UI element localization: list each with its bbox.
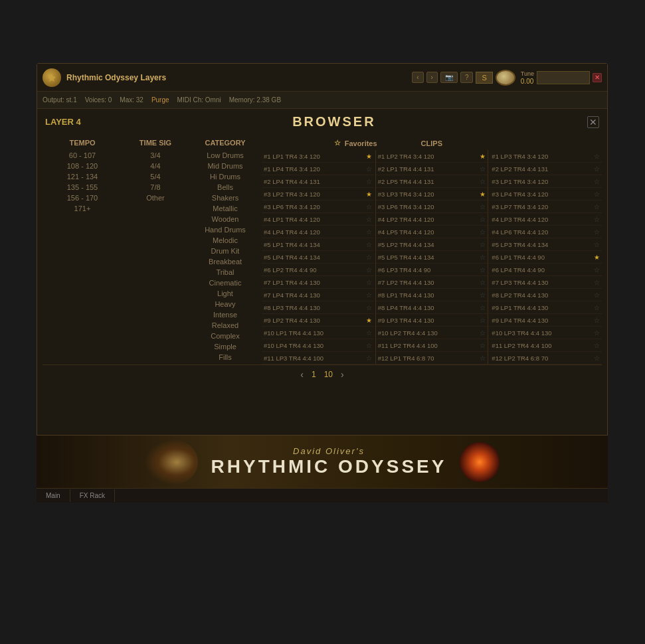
clip-3-7[interactable]: #4 LP6 TR4 4:4 120☆: [490, 226, 602, 238]
star-3-13[interactable]: ☆: [594, 304, 600, 311]
clip-3-17[interactable]: #12 LP2 TR4 6:8 70☆: [490, 352, 602, 364]
star-3-16[interactable]: ☆: [594, 342, 600, 349]
star-1-13[interactable]: ☆: [366, 304, 372, 311]
clip-3-15[interactable]: #10 LP3 TR4 4:4 130☆: [490, 327, 602, 339]
cat-heavy[interactable]: Heavy: [191, 299, 259, 309]
clip-2-12[interactable]: #8 LP1 TR4 4:4 130☆: [376, 289, 488, 301]
star-2-16[interactable]: ☆: [480, 342, 486, 349]
clip-2-5[interactable]: #3 LP6 TR4 3:4 120☆: [376, 201, 488, 213]
tempo-60-107[interactable]: 60 - 107: [45, 150, 120, 161]
tempo-156-170[interactable]: 156 - 170: [45, 193, 120, 203]
cat-cinematic[interactable]: Cinematic: [191, 278, 259, 288]
clip-1-1[interactable]: #1 LP1 TR4 3:4 120★: [262, 150, 374, 163]
clip-1-2[interactable]: #1 LP4 TR4 3:4 120☆: [262, 163, 374, 175]
star-3-11[interactable]: ☆: [594, 279, 600, 286]
clip-1-10[interactable]: #6 LP2 TR4 4:4 90☆: [262, 264, 374, 276]
clip-3-13[interactable]: #9 LP1 TR4 4:4 130☆: [490, 301, 602, 314]
star-3-15[interactable]: ☆: [594, 329, 600, 337]
star-3-8[interactable]: ☆: [594, 241, 600, 248]
star-2-10[interactable]: ☆: [480, 266, 486, 274]
star-3-5[interactable]: ☆: [594, 203, 600, 210]
clip-2-2[interactable]: #2 LP1 TR4 4:4 131☆: [376, 163, 488, 175]
cat-metallic[interactable]: Metallic: [191, 203, 259, 214]
star-1-8[interactable]: ☆: [366, 241, 372, 248]
star-1-10[interactable]: ☆: [366, 266, 372, 274]
nav-next-btn[interactable]: ›: [426, 72, 438, 83]
tab-fx-rack[interactable]: FX Rack: [70, 489, 115, 502]
star-1-9[interactable]: ☆: [366, 254, 372, 261]
star-1-14[interactable]: ★: [366, 317, 372, 324]
timesig-5-4[interactable]: 5/4: [125, 171, 186, 182]
clip-1-4[interactable]: #3 LP2 TR4 3:4 120★: [262, 188, 374, 201]
clip-2-6[interactable]: #4 LP2 TR4 4:4 120☆: [376, 213, 488, 226]
cat-wooden[interactable]: Wooden: [191, 214, 259, 224]
clip-1-14[interactable]: #9 LP2 TR4 4:4 130★: [262, 314, 374, 327]
star-3-6[interactable]: ☆: [594, 216, 600, 223]
clip-1-12[interactable]: #7 LP4 TR4 4:4 130☆: [262, 289, 374, 301]
star-1-11[interactable]: ☆: [366, 279, 372, 286]
star-1-6[interactable]: ☆: [366, 216, 372, 223]
star-3-17[interactable]: ☆: [594, 355, 600, 362]
clip-1-3[interactable]: #2 LP4 TR4 4:4 131☆: [262, 175, 374, 188]
clip-1-9[interactable]: #5 LP4 TR4 4:4 134☆: [262, 251, 374, 264]
clip-1-8[interactable]: #5 LP1 TR4 4:4 134☆: [262, 238, 374, 251]
prev-page-btn[interactable]: ‹: [300, 369, 304, 380]
star-1-7[interactable]: ☆: [366, 228, 372, 236]
window-close-btn[interactable]: ✕: [593, 73, 602, 82]
clip-3-3[interactable]: #3 LP1 TR4 3:4 120☆: [490, 175, 602, 188]
clip-3-14[interactable]: #9 LP4 TR4 4:4 130☆: [490, 314, 602, 327]
clip-3-9[interactable]: #6 LP1 TR4 4:4 90★: [490, 251, 602, 264]
clip-1-5[interactable]: #3 LP6 TR4 3:4 120☆: [262, 201, 374, 213]
tempo-135-155[interactable]: 135 - 155: [45, 182, 120, 193]
cat-hi-drums[interactable]: Hi Drums: [191, 171, 259, 182]
clip-2-14[interactable]: #9 LP3 TR4 4:4 130☆: [376, 314, 488, 327]
knob[interactable]: [496, 70, 515, 86]
star-2-4[interactable]: ★: [480, 191, 486, 198]
cat-drum-kit[interactable]: Drum Kit: [191, 246, 259, 256]
star-1-2[interactable]: ☆: [366, 165, 372, 173]
clip-3-12[interactable]: #8 LP2 TR4 4:4 130☆: [490, 289, 602, 301]
star-2-3[interactable]: ☆: [480, 178, 486, 185]
clip-2-10[interactable]: #6 LP3 TR4 4:4 90☆: [376, 264, 488, 276]
star-2-5[interactable]: ☆: [480, 203, 486, 210]
timesig-other[interactable]: Other: [125, 193, 186, 203]
next-page-btn[interactable]: ›: [341, 369, 344, 380]
star-3-2[interactable]: ☆: [594, 165, 600, 173]
star-3-9[interactable]: ★: [594, 254, 600, 261]
info-btn[interactable]: ?: [460, 72, 474, 83]
nav-prev-btn[interactable]: ‹: [412, 72, 423, 83]
star-2-6[interactable]: ☆: [480, 216, 486, 223]
clip-1-11[interactable]: #7 LP1 TR4 4:4 130☆: [262, 276, 374, 289]
tempo-171plus[interactable]: 171+: [45, 203, 120, 214]
cat-complex[interactable]: Complex: [191, 331, 259, 341]
clip-3-1[interactable]: #1 LP3 TR4 3:4 120☆: [490, 150, 602, 163]
browser-close-btn[interactable]: ✕: [587, 116, 599, 128]
star-1-12[interactable]: ☆: [366, 291, 372, 299]
cat-relaxed[interactable]: Relaxed: [191, 320, 259, 331]
clip-2-13[interactable]: #8 LP4 TR4 4:4 130☆: [376, 301, 488, 314]
clip-1-15[interactable]: #10 LP1 TR4 4:4 130☆: [262, 327, 374, 339]
star-3-14[interactable]: ☆: [594, 317, 600, 324]
clip-3-11[interactable]: #7 LP3 TR4 4:4 130☆: [490, 276, 602, 289]
star-1-15[interactable]: ☆: [366, 329, 372, 337]
cat-breakbeat[interactable]: Breakbeat: [191, 256, 259, 267]
cat-tribal[interactable]: Tribal: [191, 267, 259, 278]
timesig-7-8[interactable]: 7/8: [125, 182, 186, 193]
clip-1-13[interactable]: #8 LP3 TR4 4:4 130☆: [262, 301, 374, 314]
clip-2-8[interactable]: #5 LP2 TR4 4:4 134☆: [376, 238, 488, 251]
star-1-17[interactable]: ☆: [366, 355, 372, 362]
clip-3-10[interactable]: #6 LP4 TR4 4:4 90☆: [490, 264, 602, 276]
timesig-3-4[interactable]: 3/4: [125, 150, 186, 161]
star-2-11[interactable]: ☆: [480, 279, 486, 286]
tab-main[interactable]: Main: [37, 489, 70, 502]
star-2-15[interactable]: ☆: [480, 329, 486, 337]
clip-3-2[interactable]: #2 LP2 TR4 4:4 131☆: [490, 163, 602, 175]
star-3-7[interactable]: ☆: [594, 228, 600, 236]
clip-1-6[interactable]: #4 LP1 TR4 4:4 120☆: [262, 213, 374, 226]
cat-fills[interactable]: Fills: [191, 352, 259, 362]
star-2-9[interactable]: ☆: [480, 254, 486, 261]
star-2-2[interactable]: ☆: [480, 165, 486, 173]
clip-2-4[interactable]: #3 LP3 TR4 3:4 120★: [376, 188, 488, 201]
star-2-14[interactable]: ☆: [480, 317, 486, 324]
clip-3-6[interactable]: #4 LP3 TR4 4:4 120☆: [490, 213, 602, 226]
